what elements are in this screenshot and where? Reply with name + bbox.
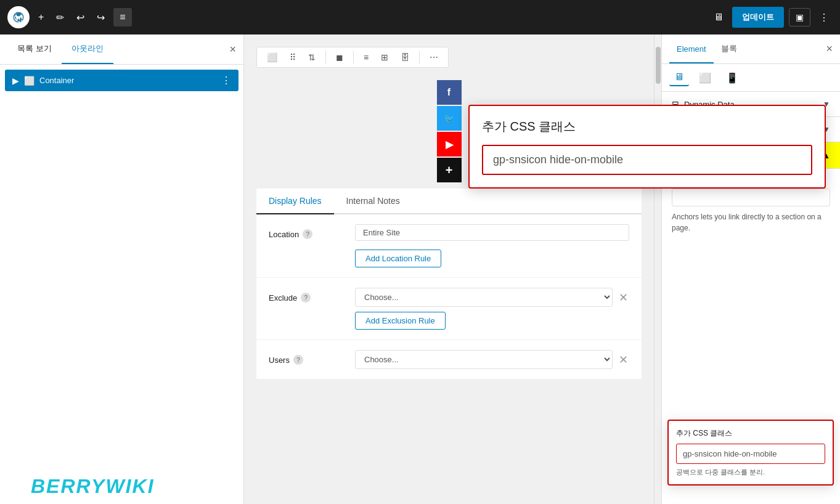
tab-block[interactable]: 블록: [714, 35, 744, 64]
expand-icon: ▶: [12, 76, 19, 86]
youtube-icon[interactable]: ▶: [437, 132, 462, 156]
entire-site-tag: Entire Site: [355, 224, 629, 241]
css-secondary-title: 추가 CSS 클래스: [676, 428, 825, 439]
css-secondary-input[interactable]: [676, 444, 825, 464]
update-button[interactable]: 업데이트: [732, 7, 784, 28]
wp-logo-icon[interactable]: [7, 6, 30, 28]
hamburger-icon: ≡: [120, 12, 125, 22]
exclude-select[interactable]: Choose...: [355, 288, 613, 307]
close-sidebar-button[interactable]: ×: [229, 43, 236, 56]
desktop-icon: 🖥: [674, 71, 684, 82]
users-controls: Choose... ✕: [355, 350, 629, 369]
add-button[interactable]: +: [35, 8, 47, 26]
tab-element[interactable]: Element: [669, 36, 714, 63]
facebook-icon[interactable]: f: [437, 80, 462, 105]
close-right-sidebar-button[interactable]: ×: [826, 43, 833, 55]
add-exclusion-rule-button[interactable]: Add Exclusion Rule: [355, 312, 446, 330]
sidebar-content: ▶ ⬜ Container ⋮: [0, 65, 243, 504]
left-sidebar-tabs: 목록 보기 아웃라인 ×: [0, 35, 243, 65]
device-icons-row: 🖥 ⬜ 📱: [662, 64, 840, 92]
exclude-help-icon[interactable]: ?: [301, 293, 311, 303]
location-controls: Entire Site Add Location Rule: [355, 224, 629, 267]
redo-button[interactable]: ↪: [93, 8, 108, 27]
css-popup-title: 추가 CSS 클래스: [482, 118, 812, 135]
container-more-icon[interactable]: ⋮: [221, 75, 231, 86]
tab-list-view[interactable]: 목록 보기: [7, 35, 62, 64]
tab-outline[interactable]: 아웃라인: [62, 35, 113, 64]
exclude-label: Exclude: [269, 293, 297, 303]
users-select[interactable]: Choose...: [355, 350, 613, 369]
undo-button[interactable]: ↩: [73, 8, 88, 27]
scrollbar-thumb: [656, 47, 661, 84]
redo-icon: ↪: [97, 12, 105, 23]
move-tool-button[interactable]: ⇅: [303, 50, 320, 65]
location-label: Location: [269, 230, 299, 239]
add-icon: +: [38, 12, 44, 23]
youtube-play: ▶: [446, 139, 453, 150]
container-icon: ⬜: [24, 76, 35, 86]
bottom-tabs: Display Rules Internal Notes: [256, 189, 642, 214]
css-secondary-desc: 공백으로 다중 클래스를 분리.: [676, 468, 825, 477]
grid-tool-button[interactable]: ⠿: [285, 50, 301, 65]
toolbar-divider-2: [353, 51, 354, 63]
twitter-bird: 🐦: [444, 113, 454, 123]
db-tool-button[interactable]: 🗄: [396, 50, 414, 65]
location-rule-row: Location ? Entire Site Add Location Rule: [256, 214, 642, 278]
exclude-rule-row: Exclude ? Choose... ✕ Add Exclu: [256, 278, 642, 340]
grid2-tool-button[interactable]: ⊞: [376, 50, 393, 65]
more-tool-button[interactable]: ⋯: [425, 50, 443, 65]
add-social-plus: +: [446, 163, 453, 177]
exclude-controls: Choose... ✕ Add Exclusion Rule: [355, 288, 629, 330]
exclude-select-row: Choose... ✕: [355, 288, 629, 307]
align-tool-button[interactable]: ≡: [359, 50, 373, 65]
monitor-button[interactable]: 🖥: [710, 8, 727, 26]
select-tool-button[interactable]: ⬜: [262, 50, 282, 65]
container-item[interactable]: ▶ ⬜ Container ⋮: [5, 70, 239, 91]
toolbar-divider-3: [419, 51, 420, 63]
users-rule-row: Users ? Choose... ✕: [256, 340, 642, 380]
topbar-right: 🖥 업데이트 ▣ ⋮: [710, 7, 833, 28]
exclude-remove-button[interactable]: ✕: [618, 290, 629, 306]
monitor-icon: 🖥: [714, 12, 724, 23]
container-label: Container: [39, 76, 216, 85]
tab-display-rules[interactable]: Display Rules: [256, 189, 334, 214]
topbar-left: + ✏ ↩ ↪ ≡: [7, 6, 132, 28]
topbar: + ✏ ↩ ↪ ≡ 🖥 업데이트 ▣ ⋮: [0, 0, 840, 35]
rules-area: Location ? Entire Site Add Location Rule: [256, 214, 642, 380]
tablet-device-button[interactable]: ⬜: [694, 70, 716, 86]
hamburger-button[interactable]: ≡: [113, 8, 131, 26]
tablet-icon: ⬜: [699, 73, 711, 83]
add-social-icon[interactable]: +: [437, 158, 462, 182]
edit-button[interactable]: ✏: [52, 8, 68, 27]
css-classes-popup[interactable]: 추가 CSS 클래스: [468, 105, 826, 189]
users-label: Users: [269, 356, 290, 365]
users-select-row: Choose... ✕: [355, 350, 629, 369]
more-icon: ⋮: [819, 12, 829, 23]
css-secondary-popup[interactable]: 추가 CSS 클래스 공백으로 다중 클래스를 분리.: [667, 420, 834, 486]
users-help-icon[interactable]: ?: [293, 355, 303, 365]
users-label-col: Users ?: [269, 350, 343, 365]
location-label-col: Location ?: [269, 224, 343, 239]
panel-icon: ▣: [796, 12, 804, 22]
mobile-device-button[interactable]: 📱: [721, 70, 743, 86]
left-sidebar: 목록 보기 아웃라인 × ▶ ⬜ Container ⋮: [0, 35, 244, 504]
location-help-icon[interactable]: ?: [303, 229, 312, 239]
toolbar-divider-1: [325, 51, 326, 63]
twitter-icon[interactable]: 🐦: [437, 106, 462, 131]
tab-internal-notes[interactable]: Internal Notes: [334, 189, 412, 214]
users-remove-button[interactable]: ✕: [618, 352, 629, 368]
panel-button[interactable]: ▣: [789, 8, 810, 26]
undo-icon: ↩: [76, 12, 84, 23]
desktop-device-button[interactable]: 🖥: [669, 69, 689, 86]
exclude-label-col: Exclude ?: [269, 288, 343, 303]
html-anchor-desc: Anchors lets you link directly to a sect…: [672, 211, 830, 234]
css-popup-input[interactable]: [482, 145, 812, 175]
fullscreen-tool-button[interactable]: ◼: [331, 50, 348, 65]
add-location-rule-button[interactable]: Add Location Rule: [355, 250, 441, 267]
element-toolbar: ⬜ ⠿ ⇅ ◼ ≡ ⊞ 🗄 ⋯: [256, 47, 449, 68]
pencil-icon: ✏: [56, 12, 64, 23]
mobile-icon: 📱: [726, 73, 738, 83]
right-sidebar-header: Element 블록 ×: [662, 35, 840, 64]
html-anchor-input[interactable]: [672, 189, 830, 206]
more-button[interactable]: ⋮: [815, 8, 833, 27]
